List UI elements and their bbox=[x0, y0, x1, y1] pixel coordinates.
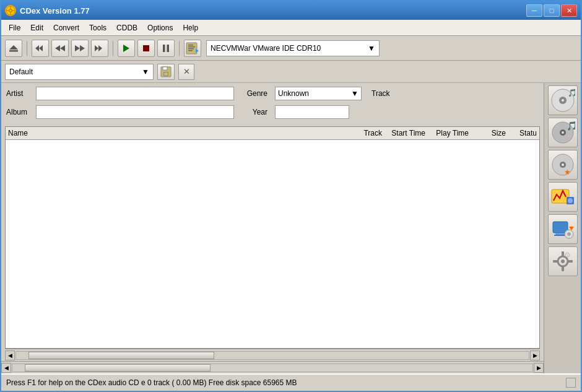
col-header-playtime: Play Time bbox=[425, 129, 469, 137]
genre-dropdown-arrow: ▼ bbox=[351, 89, 358, 98]
status-indicator bbox=[566, 378, 576, 388]
right-btn-5[interactable] bbox=[548, 214, 578, 244]
svg-rect-47 bbox=[555, 233, 565, 235]
svg-marker-11 bbox=[60, 45, 65, 51]
genre-value: Unknown bbox=[278, 89, 309, 98]
bottom-hscroll: ◀ ▶ bbox=[1, 361, 544, 373]
hscroll-1: ◀ ▶ bbox=[5, 349, 540, 361]
right-btn-6[interactable]: ⚙ bbox=[548, 246, 578, 276]
minimize-button[interactable]: ─ bbox=[526, 4, 542, 17]
track-list-body[interactable] bbox=[6, 140, 539, 348]
svg-rect-22 bbox=[188, 45, 193, 46]
year-label: Year bbox=[239, 108, 270, 116]
prev-prev-button[interactable] bbox=[32, 40, 49, 57]
col-header-track: Track bbox=[348, 129, 382, 137]
right-btn-4[interactable] bbox=[548, 182, 578, 212]
play-button[interactable] bbox=[118, 40, 135, 57]
svg-rect-57 bbox=[553, 260, 558, 263]
track-list-header: Name Track Start Time Play Time Size Sta… bbox=[6, 127, 539, 140]
profile-dropdown[interactable]: Default ▼ bbox=[5, 64, 154, 80]
profile-value: Default bbox=[9, 68, 33, 76]
title-bar: CDex Version 1.77 ─ □ ✕ bbox=[1, 1, 581, 20]
svg-rect-8 bbox=[9, 50, 18, 52]
panel-area: Artist Genre Unknown ▼ Track Album Year bbox=[1, 83, 581, 373]
svg-marker-10 bbox=[35, 45, 39, 51]
stop-button[interactable] bbox=[137, 40, 155, 57]
svg-rect-30 bbox=[164, 72, 168, 76]
menu-tools[interactable]: Tools bbox=[84, 22, 111, 33]
album-label: Album bbox=[6, 108, 31, 116]
toolbar: NECVMWar VMware IDE CDR10 ▼ bbox=[1, 36, 581, 61]
toolbar-sep-2 bbox=[113, 41, 113, 56]
svg-rect-28 bbox=[163, 67, 167, 70]
svg-rect-58 bbox=[568, 260, 573, 263]
svg-rect-23 bbox=[188, 46, 195, 48]
menu-options[interactable]: Options bbox=[142, 22, 178, 33]
hscroll-left-2[interactable]: ◀ bbox=[1, 363, 11, 373]
svg-text:🎵: 🎵 bbox=[568, 88, 575, 97]
svg-point-45 bbox=[568, 198, 573, 203]
album-input[interactable] bbox=[36, 105, 234, 119]
hscroll-right-1[interactable]: ▶ bbox=[530, 351, 540, 360]
cddb-button[interactable] bbox=[184, 40, 201, 57]
svg-point-2 bbox=[10, 10, 12, 12]
status-bar: Press F1 for help on the CDex audio CD e… bbox=[1, 373, 581, 391]
right-btn-2[interactable]: 🎵 bbox=[548, 118, 578, 147]
hscroll-right-2[interactable]: ▶ bbox=[534, 363, 544, 373]
hscroll-thumb-2[interactable] bbox=[25, 364, 211, 372]
track-label: Track bbox=[371, 89, 396, 98]
genre-dropdown[interactable]: Unknown ▼ bbox=[275, 87, 362, 100]
svg-rect-19 bbox=[163, 45, 165, 52]
app-title: CDex Version 1.77 bbox=[20, 6, 90, 15]
app-icon bbox=[5, 5, 16, 16]
toolbar-sep-1 bbox=[27, 41, 27, 56]
menu-help[interactable]: Help bbox=[178, 22, 203, 33]
year-input[interactable] bbox=[275, 105, 349, 119]
right-btn-1[interactable]: 🎵 bbox=[548, 85, 578, 115]
pause-button[interactable] bbox=[157, 40, 175, 57]
next-button[interactable] bbox=[71, 40, 89, 57]
hscroll-left-1[interactable]: ◀ bbox=[5, 351, 15, 360]
genre-label: Genre bbox=[239, 89, 270, 98]
svg-point-54 bbox=[561, 259, 565, 263]
eject-button[interactable] bbox=[5, 40, 22, 57]
profile-save-button[interactable] bbox=[157, 64, 175, 80]
close-button[interactable]: ✕ bbox=[561, 4, 577, 17]
hscroll-thumb-1[interactable] bbox=[28, 352, 214, 359]
right-btn-3[interactable]: ★ bbox=[548, 150, 578, 180]
profile-close-icon: ✕ bbox=[183, 67, 190, 76]
svg-rect-24 bbox=[188, 48, 194, 50]
menu-file[interactable]: File bbox=[4, 22, 25, 33]
svg-rect-20 bbox=[167, 45, 170, 52]
title-bar-controls: ─ □ ✕ bbox=[526, 4, 577, 17]
artist-input[interactable] bbox=[36, 87, 234, 100]
menu-cddb[interactable]: CDDB bbox=[111, 22, 142, 33]
svg-marker-7 bbox=[9, 45, 18, 50]
svg-marker-12 bbox=[55, 45, 60, 51]
title-bar-left: CDex Version 1.77 bbox=[5, 5, 90, 16]
svg-marker-13 bbox=[75, 45, 80, 51]
col-header-size: Size bbox=[469, 129, 506, 137]
next-next-button[interactable] bbox=[91, 40, 108, 57]
content-area: NECVMWar VMware IDE CDR10 ▼ Default ▼ ✕ bbox=[1, 36, 581, 391]
menu-edit[interactable]: Edit bbox=[25, 22, 48, 33]
profile-dropdown-arrow: ▼ bbox=[142, 68, 149, 76]
svg-rect-56 bbox=[562, 266, 564, 271]
maximize-button[interactable]: □ bbox=[544, 4, 560, 17]
app-window: CDex Version 1.77 ─ □ ✕ File Edit Conver… bbox=[0, 0, 582, 392]
artist-label: Artist bbox=[6, 89, 31, 98]
album-row: Album Year bbox=[6, 105, 539, 119]
tracks-wrapper: Name Track Start Time Play Time Size Sta… bbox=[1, 126, 544, 361]
svg-rect-18 bbox=[143, 45, 149, 51]
device-dropdown-arrow: ▼ bbox=[368, 44, 375, 53]
prev-button[interactable] bbox=[51, 40, 69, 57]
svg-rect-25 bbox=[188, 50, 193, 51]
hscroll-track-2[interactable] bbox=[12, 364, 533, 372]
menu-convert[interactable]: Convert bbox=[48, 22, 84, 33]
svg-text:🎵: 🎵 bbox=[567, 121, 575, 131]
hscroll-track-1[interactable] bbox=[15, 351, 529, 360]
device-dropdown[interactable]: NECVMWar VMware IDE CDR10 ▼ bbox=[206, 40, 380, 56]
track-list: Name Track Start Time Play Time Size Sta… bbox=[5, 126, 540, 349]
svg-marker-16 bbox=[98, 45, 102, 51]
profile-close-button[interactable]: ✕ bbox=[178, 64, 194, 80]
